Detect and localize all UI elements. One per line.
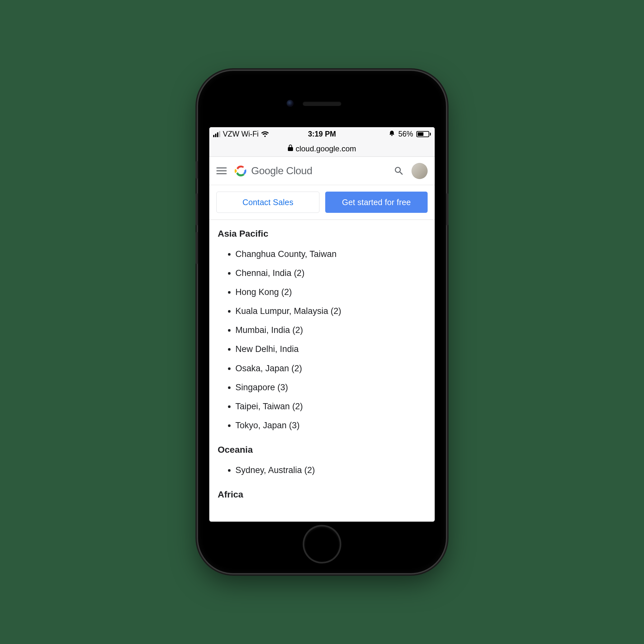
ios-status-bar: VZW Wi-Fi 3:19 PM 56%: [209, 127, 435, 141]
phone-frame: VZW Wi-Fi 3:19 PM 56%: [198, 71, 446, 573]
list-item: Chennai, India (2): [235, 264, 426, 283]
power-button: [446, 193, 449, 225]
get-started-button[interactable]: Get started for free: [325, 192, 428, 213]
brand-text-bold: Google: [251, 165, 283, 176]
phone-speaker: [303, 101, 341, 106]
region-heading-asia-pacific: Asia Pacific: [218, 229, 426, 239]
list-item: Tokyo, Japan (3): [235, 416, 426, 435]
phone-camera: [287, 100, 294, 107]
page-content[interactable]: Asia Pacific Changhua County, Taiwan Che…: [209, 220, 435, 522]
wifi-icon: [261, 131, 269, 137]
screen: VZW Wi-Fi 3:19 PM 56%: [209, 127, 435, 522]
volume-down: [195, 232, 198, 264]
battery-percent: 56%: [398, 130, 413, 138]
list-item: Osaka, Japan (2): [235, 359, 426, 378]
home-button[interactable]: [304, 526, 340, 562]
browser-url-bar[interactable]: cloud.google.com: [209, 141, 435, 157]
brand-text-light: Cloud: [286, 165, 312, 176]
region-heading-africa: Africa: [218, 489, 426, 500]
mute-switch: [195, 161, 198, 179]
list-item: New Delhi, India: [235, 340, 426, 359]
cta-bar: Contact Sales Get started for free: [209, 185, 435, 220]
region-heading-oceania: Oceania: [218, 445, 426, 455]
lock-icon: [288, 145, 293, 153]
brand-text: Google Cloud: [251, 165, 312, 177]
location-list-oceania: Sydney, Australia (2): [218, 461, 426, 480]
list-item: Sydney, Australia (2): [235, 461, 426, 480]
battery-icon: [416, 131, 431, 137]
list-item: Taipei, Taiwan (2): [235, 397, 426, 416]
carrier-label: VZW Wi-Fi: [223, 130, 259, 138]
alarm-icon: [389, 130, 395, 138]
list-item: Hong Kong (2): [235, 283, 426, 302]
location-list-asia-pacific: Changhua County, Taiwan Chennai, India (…: [218, 245, 426, 435]
list-item: Singapore (3): [235, 378, 426, 397]
cellular-signal-icon: [213, 131, 220, 137]
brand-logo[interactable]: Google Cloud: [234, 164, 312, 178]
browser-domain: cloud.google.com: [296, 144, 356, 153]
menu-icon[interactable]: [216, 167, 227, 174]
contact-sales-button[interactable]: Contact Sales: [216, 192, 319, 213]
search-icon[interactable]: [393, 166, 404, 176]
clock: 3:19 PM: [308, 130, 336, 138]
google-cloud-icon: [234, 164, 248, 178]
volume-up: [195, 193, 198, 225]
avatar[interactable]: [412, 163, 428, 179]
site-header: Google Cloud: [209, 157, 435, 185]
list-item: Changhua County, Taiwan: [235, 245, 426, 264]
list-item: Mumbai, India (2): [235, 321, 426, 340]
list-item: Kuala Lumpur, Malaysia (2): [235, 302, 426, 321]
